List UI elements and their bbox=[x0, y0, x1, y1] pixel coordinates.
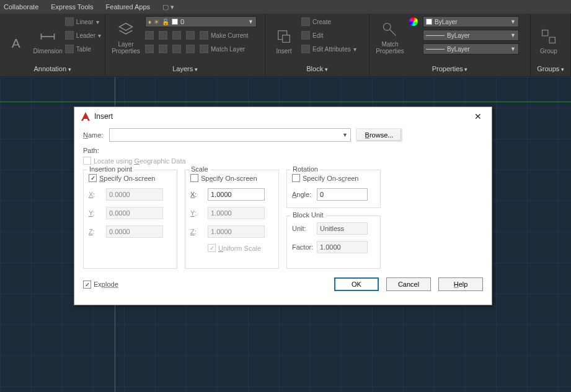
scale-y-label: Y: bbox=[190, 209, 208, 217]
edit-attributes-icon bbox=[301, 45, 310, 53]
block-unit-title: Block Unit bbox=[291, 211, 325, 219]
path-label: Path: bbox=[83, 147, 109, 154]
menu-collaborate[interactable]: Collaborate bbox=[4, 3, 38, 11]
name-label: Name: bbox=[83, 131, 109, 139]
match-layer-button[interactable]: Match Layer bbox=[200, 43, 245, 54]
leader-button[interactable]: Leader ▾ bbox=[65, 30, 101, 41]
svg-rect-5 bbox=[549, 37, 555, 43]
scale-z-input bbox=[208, 225, 265, 238]
layer-dropdown[interactable]: ♦ ☀ 🔓 0 ▼ bbox=[145, 16, 257, 27]
insertion-specify-checkbox[interactable] bbox=[89, 174, 97, 182]
match-properties-label: Match Properties bbox=[373, 41, 407, 54]
create-icon bbox=[301, 17, 310, 26]
linear-button[interactable]: Linear ▾ bbox=[65, 16, 101, 27]
scale-specify-label: Specify On-screen bbox=[201, 175, 257, 182]
browse-button[interactable]: Browse... bbox=[356, 128, 402, 142]
rotation-specify-checkbox[interactable] bbox=[292, 174, 300, 182]
scale-x-input[interactable] bbox=[208, 188, 265, 201]
factor-label: Factor: bbox=[292, 243, 317, 251]
menubar: Collaborate Express Tools Featured Apps … bbox=[0, 0, 571, 14]
menu-featured-apps[interactable]: Featured Apps bbox=[106, 3, 151, 11]
lineweight-dropdown[interactable]: ByLayer▼ bbox=[423, 43, 519, 54]
group-button[interactable]: Group bbox=[534, 16, 563, 54]
chevron-down-icon: ▼ bbox=[342, 132, 348, 138]
locate-geo-label: Locate using Geographic Data bbox=[94, 157, 186, 165]
insert-label: Insert bbox=[276, 48, 291, 54]
menu-tray-icon[interactable]: ▢ ▾ bbox=[162, 3, 174, 11]
ins-z-input bbox=[106, 225, 163, 238]
angle-input[interactable] bbox=[317, 188, 368, 201]
menu-express-tools[interactable]: Express Tools bbox=[51, 3, 93, 11]
lock-icon: 🔓 bbox=[162, 19, 169, 25]
autocad-logo-icon bbox=[81, 111, 91, 121]
layer-mini-7[interactable] bbox=[172, 43, 184, 54]
panel-properties-footer[interactable]: Properties bbox=[432, 65, 468, 72]
dialog-title: Insert bbox=[94, 112, 113, 121]
insertion-point-title: Insertion point bbox=[87, 165, 134, 173]
dimension-icon bbox=[39, 28, 56, 45]
layer-mini-3[interactable] bbox=[172, 30, 184, 41]
insertion-specify-label: Specify On-screen bbox=[99, 175, 156, 182]
explode-label: Explode bbox=[94, 281, 118, 288]
panel-layers-footer[interactable]: Layers bbox=[172, 65, 198, 72]
color-wheel-icon[interactable] bbox=[409, 17, 418, 26]
svg-rect-4 bbox=[542, 30, 548, 36]
rotation-specify-label: Specify On-screen bbox=[303, 175, 359, 182]
panel-block: Insert Create Edit Edit Attributes ▾ Blo… bbox=[265, 14, 370, 76]
scale-x-label: X: bbox=[190, 191, 208, 198]
create-block-button[interactable]: Create bbox=[301, 16, 356, 27]
panel-block-footer[interactable]: Block bbox=[306, 65, 327, 72]
unit-input bbox=[317, 222, 368, 235]
panel-layers: Layer Properties ♦ ☀ 🔓 0 ▼ Make Current bbox=[105, 14, 265, 76]
table-button[interactable]: Table bbox=[65, 43, 101, 54]
layer-mini-5[interactable] bbox=[145, 43, 156, 54]
layer-mini-1[interactable] bbox=[145, 30, 156, 41]
make-current-button[interactable]: Make Current bbox=[200, 30, 249, 41]
dialog-titlebar[interactable]: Insert ✕ bbox=[74, 107, 492, 126]
ok-button[interactable]: OK bbox=[334, 277, 379, 291]
layer-mini-6[interactable] bbox=[159, 43, 170, 54]
color-swatch bbox=[172, 19, 178, 25]
block-unit-group: Block Unit Unit: Factor: bbox=[286, 216, 381, 269]
insert-block-button[interactable]: Insert bbox=[269, 16, 299, 54]
svg-rect-2 bbox=[283, 35, 290, 43]
layer-mini-4[interactable] bbox=[186, 30, 197, 41]
ins-z-label: Z: bbox=[89, 228, 106, 235]
dimension-button[interactable]: Dimension bbox=[33, 16, 63, 54]
layer-mini-8[interactable] bbox=[186, 43, 197, 54]
panel-annotation-footer[interactable]: Annotation bbox=[33, 65, 71, 72]
close-button[interactable]: ✕ bbox=[471, 111, 485, 121]
edit-block-button[interactable]: Edit bbox=[301, 30, 356, 41]
name-combobox[interactable]: ▼ bbox=[109, 128, 351, 142]
ribbon: A Dimension Linear ▾ Leader ▾ Table Anno… bbox=[0, 14, 571, 77]
scale-specify-checkbox[interactable] bbox=[190, 174, 198, 182]
linetype-dropdown[interactable]: ByLayer▼ bbox=[423, 30, 519, 41]
match-properties-button[interactable]: Match Properties bbox=[373, 16, 407, 54]
text-icon: A bbox=[9, 35, 26, 52]
insert-icon bbox=[275, 28, 293, 45]
group-label: Group bbox=[540, 48, 557, 54]
text-button[interactable]: A bbox=[4, 16, 31, 54]
edit-icon bbox=[301, 31, 310, 40]
ins-y-input bbox=[106, 207, 163, 219]
scale-z-label: Z: bbox=[190, 228, 208, 235]
dimension-label: Dimension bbox=[33, 48, 63, 54]
rotation-group: Rotation Specify On-screen Angle: bbox=[286, 170, 381, 208]
insert-dialog: Insert ✕ Name: ▼ Browse... Path: Locate … bbox=[74, 107, 492, 305]
color-dropdown[interactable]: ByLayer▼ bbox=[423, 16, 519, 27]
panel-groups-footer[interactable]: Groups bbox=[537, 65, 564, 72]
rotation-title: Rotation bbox=[291, 165, 320, 173]
locate-geo-checkbox bbox=[83, 157, 91, 165]
cancel-button[interactable]: Cancel bbox=[386, 277, 431, 291]
layer-mini-2[interactable] bbox=[159, 30, 170, 41]
group-icon bbox=[540, 28, 557, 45]
panel-properties: Match Properties ByLayer▼ ByLayer▼ ByLay… bbox=[370, 14, 531, 76]
match-layer-icon bbox=[200, 45, 208, 53]
layer-properties-icon bbox=[117, 21, 135, 38]
layer-properties-button[interactable]: Layer Properties bbox=[109, 16, 143, 54]
layer-name: 0 bbox=[180, 18, 184, 25]
edit-attributes-button[interactable]: Edit Attributes ▾ bbox=[301, 43, 356, 54]
explode-checkbox[interactable] bbox=[83, 281, 91, 289]
help-button[interactable]: Help bbox=[438, 277, 483, 291]
leader-icon bbox=[65, 31, 74, 40]
